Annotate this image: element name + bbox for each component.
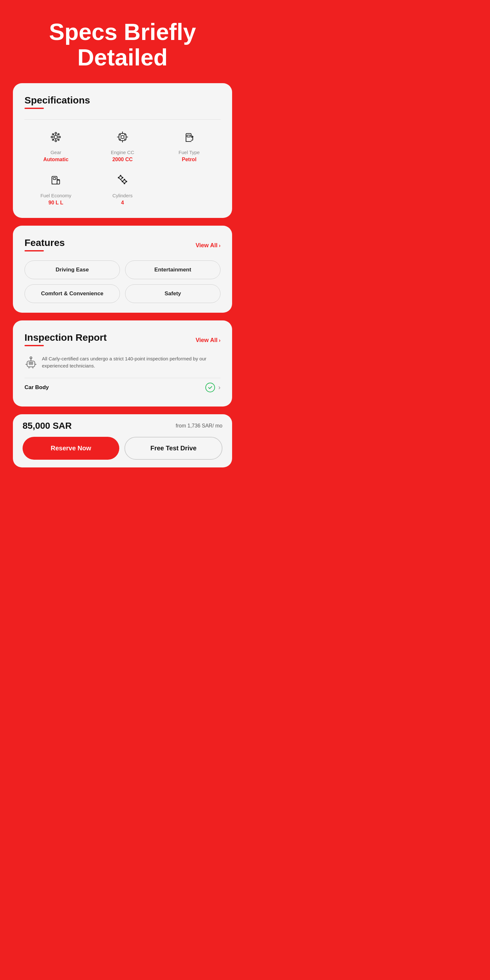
- car-body-chevron-icon: ›: [218, 383, 221, 391]
- inspection-description-text: All Carly-certified cars undergo a stric…: [42, 355, 221, 370]
- inspection-title: Inspection Report: [24, 332, 107, 346]
- spec-engine: Engine CC 2000 CC: [91, 130, 154, 162]
- car-body-row[interactable]: Car Body ›: [24, 378, 221, 397]
- svg-point-36: [119, 175, 121, 177]
- svg-point-2: [55, 140, 57, 142]
- features-card: Features View All › Driving Ease Enterta…: [13, 226, 232, 313]
- spec-fuel-economy: Fuel Economy 90 L L: [24, 173, 88, 206]
- feature-tag-entertainment[interactable]: Entertainment: [125, 261, 221, 279]
- view-all-inspection-chevron-icon: ›: [219, 337, 221, 343]
- inspection-robot-icon: [24, 356, 37, 371]
- gear-icon: [49, 130, 63, 147]
- feature-tag-safety[interactable]: Safety: [125, 284, 221, 303]
- view-all-features-label: View All: [196, 242, 218, 249]
- free-test-drive-button[interactable]: Free Test Drive: [124, 437, 223, 460]
- inspection-report-card: Inspection Report View All › All Carly-c…: [13, 320, 232, 407]
- features-tags: Driving Ease Entertainment Comfort & Con…: [24, 261, 221, 303]
- svg-point-38: [121, 181, 123, 182]
- svg-point-37: [121, 177, 123, 178]
- view-all-inspection-label: View All: [196, 337, 218, 344]
- cylinders-label: Cylinders: [113, 193, 133, 198]
- svg-point-40: [126, 181, 127, 182]
- fuel-economy-icon: [49, 173, 63, 190]
- inspection-description: All Carly-certified cars undergo a stric…: [24, 355, 221, 371]
- car-body-check-icon: [205, 383, 215, 392]
- svg-rect-27: [187, 135, 190, 137]
- monthly-price: from 1,736 SAR/ mo: [176, 423, 223, 429]
- cylinders-value: 4: [121, 200, 124, 206]
- car-body-actions: ›: [205, 383, 221, 392]
- svg-point-3: [51, 136, 53, 138]
- svg-point-46: [30, 357, 32, 359]
- spec-fuel-type: Fuel Type Petrol: [158, 130, 221, 162]
- svg-point-1: [55, 132, 57, 134]
- svg-point-0: [54, 135, 57, 138]
- car-body-label: Car Body: [24, 384, 49, 391]
- price-row: 85,000 SAR from 1,736 SAR/ mo: [22, 421, 223, 431]
- svg-rect-42: [27, 361, 35, 367]
- svg-point-39: [124, 178, 125, 180]
- fuel-economy-value: 90 L L: [48, 200, 63, 206]
- gear-label: Gear: [51, 150, 61, 155]
- view-all-inspection-button[interactable]: View All ›: [196, 337, 221, 344]
- cta-row: Reserve Now Free Test Drive: [22, 437, 223, 460]
- svg-point-26: [124, 138, 126, 140]
- svg-point-23: [119, 134, 121, 135]
- svg-point-25: [119, 138, 121, 140]
- page-title: Specs Briefly Detailed: [0, 0, 245, 83]
- svg-rect-30: [53, 178, 56, 180]
- engine-value: 2000 CC: [112, 156, 132, 162]
- svg-point-35: [118, 177, 119, 178]
- spec-gear: Gear Automatic: [24, 130, 88, 162]
- svg-point-18: [121, 135, 124, 138]
- specifications-title: Specifications: [24, 95, 90, 109]
- specs-grid-2: Fuel Economy 90 L L Cylinders: [24, 170, 221, 208]
- fuel-type-label: Fuel Type: [178, 150, 200, 155]
- specifications-card: Specifications: [13, 83, 232, 218]
- inspection-header: Inspection Report View All ›: [24, 332, 221, 349]
- main-price: 85,000 SAR: [22, 421, 72, 431]
- view-all-features-button[interactable]: View All ›: [196, 242, 221, 249]
- features-header: Features View All ›: [24, 237, 221, 254]
- engine-icon: [115, 130, 130, 147]
- view-all-features-chevron-icon: ›: [219, 243, 221, 248]
- svg-rect-43: [29, 362, 30, 364]
- specs-grid: Gear Automatic Engine CC: [24, 127, 221, 165]
- fuel-type-value: Petrol: [182, 156, 196, 162]
- svg-rect-44: [31, 362, 33, 364]
- svg-point-4: [59, 136, 60, 138]
- bottom-pricing-bar: 85,000 SAR from 1,736 SAR/ mo Reserve No…: [13, 414, 232, 468]
- fuel-economy-label: Fuel Economy: [40, 193, 71, 198]
- engine-label: Engine CC: [111, 150, 134, 155]
- features-title: Features: [24, 237, 65, 251]
- feature-tag-comfort[interactable]: Comfort & Convenience: [24, 284, 120, 303]
- spec-cylinders: Cylinders 4: [91, 173, 154, 206]
- svg-point-24: [124, 134, 126, 135]
- gear-value: Automatic: [43, 156, 68, 162]
- feature-tag-driving-ease[interactable]: Driving Ease: [24, 261, 120, 279]
- svg-point-41: [124, 183, 125, 184]
- cylinders-icon: [115, 173, 130, 190]
- reserve-now-button[interactable]: Reserve Now: [22, 437, 119, 460]
- fuel-type-icon: [182, 130, 196, 147]
